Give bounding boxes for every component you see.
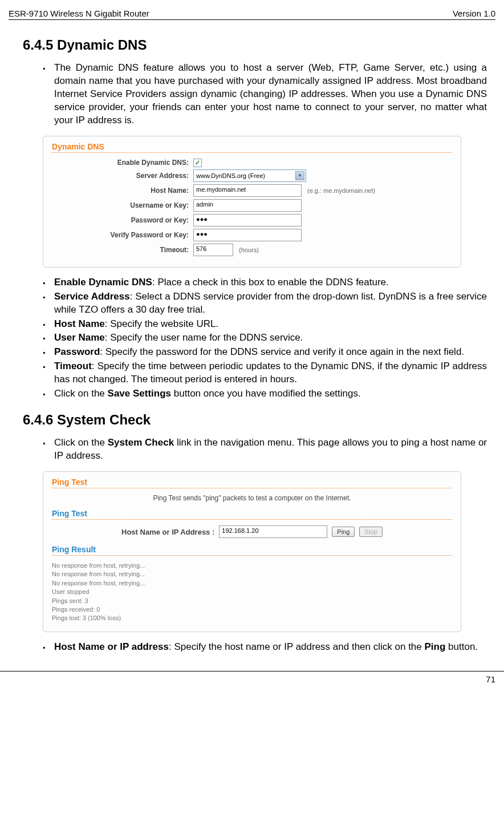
timeout-label: Timeout: — [52, 246, 193, 254]
page-number: 71 — [486, 674, 495, 684]
section-heading-ddns: 6.4.5 Dynamic DNS — [23, 37, 495, 53]
server-label: Server Address: — [52, 172, 193, 180]
bullet-host-ip: Host Name or IP address: Specify the hos… — [43, 641, 487, 654]
intro-paragraph: The Dynamic DNS feature allows you to ho… — [43, 62, 487, 127]
host-input[interactable]: me.mydomain.net — [193, 184, 302, 197]
user-label: Username or Key: — [52, 201, 193, 209]
panel-title: Dynamic DNS — [52, 142, 452, 151]
separator — [52, 555, 452, 556]
ping-test-subtitle: Ping Test — [52, 509, 452, 518]
page-header: ESR-9710 Wireless N Gigabit Router Versi… — [9, 9, 495, 20]
timeout-input[interactable]: 576 — [193, 244, 233, 256]
pass-label: Password or Key: — [52, 216, 193, 224]
section-heading-syscheck: 6.4.6 System Check — [23, 412, 495, 428]
bullet-host: Host Name: Specify the website URL. — [43, 318, 487, 331]
ping-host-input[interactable]: 192.168.1.20 — [219, 525, 327, 538]
separator — [52, 152, 452, 153]
ping-result-text: No response from host, retrying... No re… — [52, 561, 452, 623]
enable-label: Enable Dynamic DNS: — [52, 159, 193, 167]
bullet-service: Service Address: Select a DDNS service p… — [43, 290, 487, 317]
chevron-down-icon: ▼ — [295, 171, 304, 180]
enable-checkbox[interactable]: ✓ — [193, 159, 202, 167]
ping-button[interactable]: Ping — [332, 527, 355, 537]
ping-desc: Ping Test sends "ping" packets to test a… — [52, 494, 452, 502]
host-label: Host Name: — [52, 187, 193, 195]
timeout-hint: (hours) — [239, 246, 259, 253]
server-value: www.DynDNS.org (Free) — [196, 172, 265, 179]
ping-result-subtitle: Ping Result — [52, 545, 452, 554]
server-select[interactable]: www.DynDNS.org (Free) ▼ — [193, 169, 306, 182]
stop-button[interactable]: Stop — [359, 527, 383, 537]
ping-input-label: Host Name or IP Address : — [121, 528, 214, 536]
host-hint: (e.g.: me.mydomain.net) — [307, 187, 375, 194]
page-footer: 71 — [0, 671, 504, 690]
user-input[interactable]: admin — [193, 199, 302, 212]
bullet-user: User Name: Specify the user name for the… — [43, 331, 487, 345]
bullet-timeout: Timeout: Specify the time between period… — [43, 360, 487, 386]
ping-panel-title: Ping Test — [52, 478, 452, 487]
bullet-save: Click on the Save Settings button once y… — [43, 387, 487, 401]
pass-input[interactable]: ●●● — [193, 214, 302, 226]
bullet-enable: Enable Dynamic DNS: Place a check in thi… — [43, 276, 487, 289]
verify-label: Verify Password or Key: — [52, 231, 193, 239]
bullet-pass: Password: Specify the password for the D… — [43, 346, 487, 359]
verify-input[interactable]: ●●● — [193, 229, 302, 241]
separator — [52, 519, 452, 520]
syscheck-intro: Click on the System Check link in the na… — [43, 436, 487, 463]
header-right: Version 1.0 — [453, 9, 495, 18]
ddns-config-panel: Dynamic DNS Enable Dynamic DNS: ✓ Server… — [43, 136, 461, 268]
separator — [52, 488, 452, 488]
header-left: ESR-9710 Wireless N Gigabit Router — [9, 9, 149, 18]
ping-panel: Ping Test Ping Test sends "ping" packets… — [43, 471, 461, 632]
